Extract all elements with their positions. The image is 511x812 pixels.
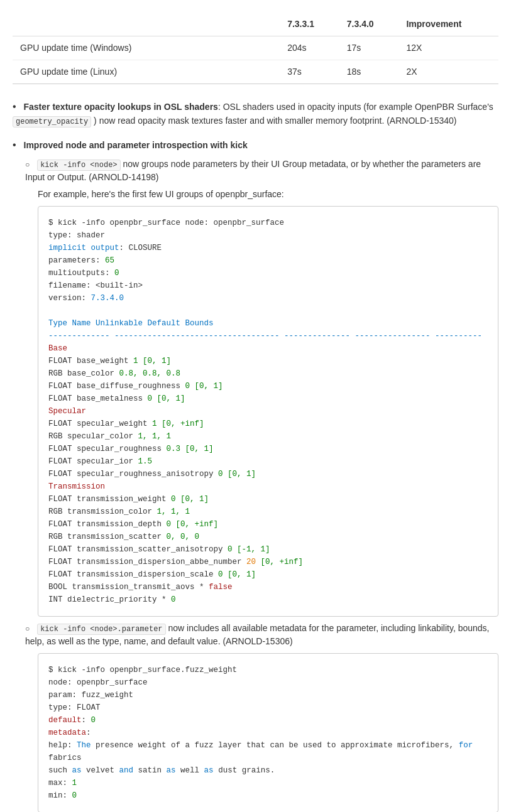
inline-code-kick-info-param: kick -info <node>.parameter xyxy=(37,624,165,635)
col-header-7331: 7.3.3.1 xyxy=(280,13,339,36)
row-val-7331: 37s xyxy=(280,60,339,84)
feature-item-2: Improved node and parameter introspectio… xyxy=(13,138,498,812)
feature-title-2: Improved node and parameter introspectio… xyxy=(24,140,248,150)
row-label: GPU update time (Windows) xyxy=(13,36,280,60)
subitem-2: kick -info <node>.parameter now includes… xyxy=(25,622,498,812)
col-header-improvement: Improvement xyxy=(398,13,498,36)
subitem-1: kick -info <node> now groups node parame… xyxy=(25,158,498,617)
feature-item-1: Faster texture opacity lookups in OSL sh… xyxy=(13,99,498,127)
row-label: GPU update time (Linux) xyxy=(13,60,280,84)
row-val-7340: 18s xyxy=(339,60,399,84)
row-improvement: 2X xyxy=(398,60,498,84)
sub-list: kick -info <node> now groups node parame… xyxy=(13,158,498,812)
inline-code-geometry-opacity: geometry_opacity xyxy=(13,116,91,127)
row-val-7340: 17s xyxy=(339,36,399,60)
row-val-7331: 204s xyxy=(280,36,339,60)
performance-table: 7.3.3.1 7.3.4.0 Improvement GPU update t… xyxy=(13,13,498,84)
inline-code-kick-info-node: kick -info <node> xyxy=(37,160,120,171)
row-improvement: 12X xyxy=(398,36,498,60)
col-header-desc xyxy=(13,13,280,36)
table-row: GPU update time (Linux) 37s 18s 2X xyxy=(13,60,498,84)
code-block-2: $ kick -info openpbr_surface.fuzz_weight… xyxy=(38,653,498,812)
code-block-1: $ kick -info openpbr_surface node: openp… xyxy=(38,206,498,617)
col-header-7340: 7.3.4.0 xyxy=(339,13,399,36)
feature-title-1: Faster texture opacity lookups in OSL sh… xyxy=(24,102,218,112)
feature-list: Faster texture opacity lookups in OSL sh… xyxy=(13,99,498,812)
example-text: For example, here's the first few UI gro… xyxy=(25,188,498,201)
table-row: GPU update time (Windows) 204s 17s 12X xyxy=(13,36,498,60)
